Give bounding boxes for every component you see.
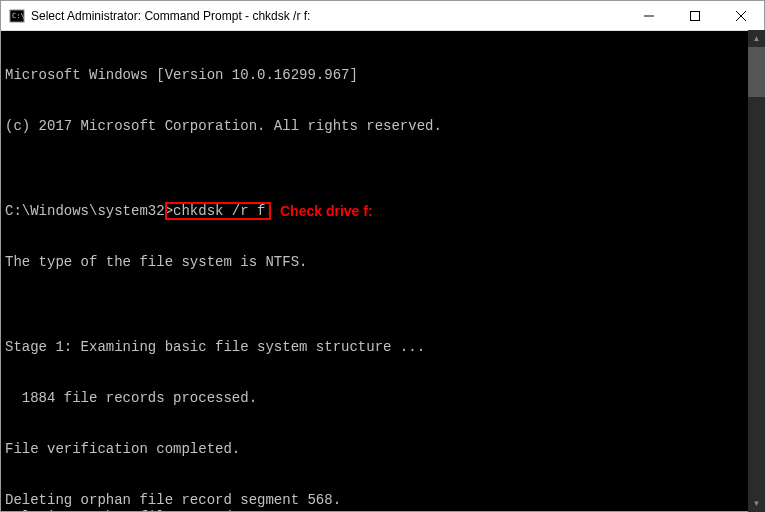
deleting-line: Deleting orphan file record segment 569. — [5, 509, 760, 511]
maximize-button[interactable] — [672, 1, 718, 30]
svg-text:C:\: C:\ — [12, 12, 25, 20]
annotation-text: Check drive f: — [280, 203, 373, 220]
scroll-down-arrow-icon[interactable]: ▼ — [748, 495, 765, 512]
minimize-button[interactable] — [626, 1, 672, 30]
copyright-line: (c) 2017 Microsoft Corporation. All righ… — [5, 118, 760, 135]
prompt-line: C:\Windows\system32>chkdsk /r f:Check dr… — [5, 203, 760, 220]
scroll-up-arrow-icon[interactable]: ▲ — [748, 30, 765, 47]
command-text: chkdsk /r f: — [173, 203, 274, 219]
cmd-icon: C:\ — [9, 8, 25, 24]
window-title: Select Administrator: Command Prompt - c… — [31, 9, 626, 23]
fs-type-line: The type of the file system is NTFS. — [5, 254, 760, 271]
version-line: Microsoft Windows [Version 10.0.16299.96… — [5, 67, 760, 84]
records-line: 1884 file records processed. — [5, 390, 760, 407]
verification-line: File verification completed. — [5, 441, 760, 458]
svg-rect-3 — [691, 11, 700, 20]
deleting-line: Deleting orphan file record segment 568. — [5, 492, 760, 509]
prompt-text: C:\Windows\system32> — [5, 203, 173, 219]
close-button[interactable] — [718, 1, 764, 30]
deleting-lines-container: Deleting orphan file record segment 568.… — [5, 492, 760, 511]
window-controls — [626, 1, 764, 30]
vertical-scrollbar[interactable]: ▲ ▼ — [748, 30, 765, 512]
stage-line: Stage 1: Examining basic file system str… — [5, 339, 760, 356]
titlebar: C:\ Select Administrator: Command Prompt… — [1, 1, 764, 31]
scroll-thumb[interactable] — [748, 47, 765, 97]
terminal-output[interactable]: Microsoft Windows [Version 10.0.16299.96… — [1, 31, 764, 511]
